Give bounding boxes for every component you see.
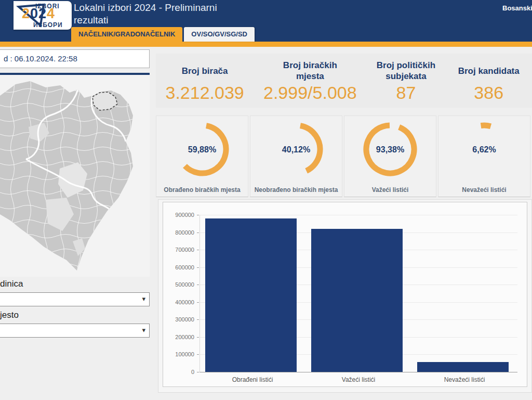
gauge-label: Važeći listići (344, 186, 436, 193)
gauge-label: Obrađeno biračkih mjesta (156, 186, 248, 193)
y-axis-tick (197, 319, 199, 320)
y-axis-label: 600000 (164, 264, 194, 270)
summary-stats-panel: Broj birača3.212.039Broj biračkih mjesta… (156, 54, 532, 108)
y-axis-tick (197, 372, 199, 372)
gauge-card: 6,62%Nevažeći listići (438, 115, 530, 197)
tab-bar: NAČELNIK/GRADONAČELNIK OV/SO/GV/SG/SD (71, 27, 255, 42)
stat-value: 2.999/5.008 (263, 83, 357, 102)
stat-value: 3.212.039 (165, 83, 244, 102)
y-axis-label: 900000 (164, 212, 194, 218)
y-axis-tick (197, 233, 199, 233)
election-dashboard: IZBORI 2024 ИЗБОРИ Lokalni izbori 2024 -… (0, 0, 532, 400)
y-axis-label: 500000 (164, 281, 194, 288)
x-axis-label: Obrađeni listići (200, 376, 305, 383)
logo-text-cyrillic: ИЗБОРИ (33, 21, 63, 29)
chevron-down-icon: ▾ (142, 295, 145, 303)
map-panel (0, 73, 150, 277)
stat-label: Broj političkih subjekata (367, 59, 445, 83)
data-snapshot-timestamp: d : 06.10.2024. 22:58 (0, 49, 150, 68)
gauges-panel: 59,88%Obrađeno biračkih mjesta40,12%Neob… (156, 115, 532, 197)
stat-card: Broj biračkih mjesta2.999/5.008 (254, 54, 366, 108)
page-title: Lokalni izbori 2024 - Preliminarni rezul… (74, 2, 250, 27)
x-axis-line (200, 372, 517, 372)
stat-label: Broj biračkih mjesta (271, 59, 349, 83)
y-axis-label: 800000 (164, 229, 194, 236)
gridline (200, 215, 517, 215)
y-axis-tick (197, 285, 199, 285)
x-axis-label: Važeći listići (305, 376, 411, 383)
stat-label: Broj birača (182, 59, 228, 83)
language-selector[interactable]: Bosanski (502, 4, 532, 12)
gauge-label: Neobrađeno biračkih mjesta (250, 186, 342, 193)
y-axis-tick (197, 267, 199, 268)
gauge-percent: 40,12% (250, 145, 342, 154)
filter-label-biracko-mjesto: jesto (0, 310, 104, 320)
gauge-percent: 6,62% (438, 145, 530, 154)
y-axis-label: 200000 (164, 334, 194, 340)
gauge-label: Nevažeći listići (438, 186, 530, 193)
biracko-mjesto-select[interactable]: ▾ (0, 324, 150, 338)
gauge-card: 40,12%Neobrađeno biračkih mjesta (250, 115, 342, 197)
stat-label: Broj kandidata (458, 59, 520, 83)
stat-card: Broj kandidata386 (445, 54, 532, 108)
chart-bar[interactable] (311, 229, 403, 372)
y-axis-label: 700000 (164, 247, 194, 253)
ballots-bar-chart: 0100000200000300000400000500000600000700… (163, 202, 527, 387)
stat-card: Broj političkih subjekata87 (366, 54, 445, 108)
izborna-jedinica-select[interactable]: ▾ (0, 292, 150, 306)
y-axis-label: 0 (164, 369, 194, 375)
logo-year: 2024 (22, 7, 55, 21)
izbori-2024-logo[interactable]: IZBORI 2024 ИЗБОРИ (14, 1, 72, 30)
stat-card: Broj birača3.212.039 (156, 54, 254, 108)
stat-value: 87 (396, 83, 416, 102)
bih-municipalities-map[interactable] (0, 75, 150, 277)
y-axis-label: 400000 (164, 299, 194, 305)
stat-value: 386 (474, 83, 503, 102)
chart-container: 0100000200000300000400000500000600000700… (158, 199, 532, 393)
tab-ov-so-gv-sg-sd[interactable]: OV/SO/GV/SG/SD (184, 27, 255, 42)
header-accent-strip (0, 42, 532, 47)
y-axis-tick (197, 302, 199, 303)
y-axis-label: 300000 (164, 316, 194, 322)
gauge-percent: 59,88% (156, 145, 248, 154)
chart-bar[interactable] (417, 362, 509, 372)
gauge-card: 93,38%Važeći listići (344, 115, 436, 197)
y-axis-tick (197, 337, 199, 338)
chevron-down-icon: ▾ (142, 326, 145, 334)
x-axis-label: Nevažeći listići (411, 376, 517, 383)
y-axis-line (200, 215, 200, 372)
gauge-percent: 93,38% (344, 145, 436, 154)
tab-nacelnik-gradonacelnik[interactable]: NAČELNIK/GRADONAČELNIK (71, 27, 182, 42)
y-axis-tick (197, 250, 199, 250)
filter-label-izborna-jedinica: dinica (0, 279, 104, 289)
gauge-card: 59,88%Obrađeno biračkih mjesta (156, 115, 248, 197)
y-axis-tick (197, 215, 199, 215)
y-axis-tick (197, 354, 199, 355)
chart-bar[interactable] (205, 218, 297, 372)
y-axis-label: 100000 (164, 351, 194, 357)
